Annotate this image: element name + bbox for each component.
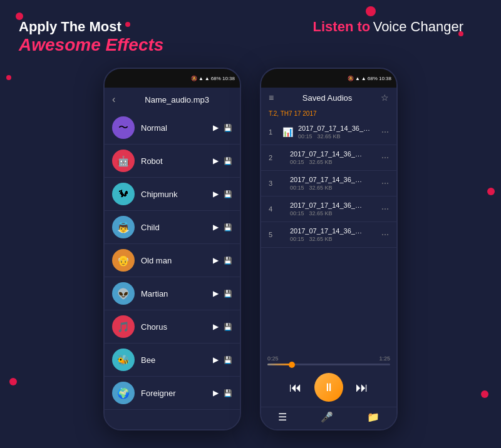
effect-actions: ▶ 💾 xyxy=(213,389,232,397)
audio-info: 2017_07_17_14_36_56_128kbs... 00:15 32.6… xyxy=(298,125,381,140)
battery-text-r: 68% 10:38 xyxy=(368,76,391,81)
play-effect-button[interactable]: ▶ xyxy=(213,223,219,232)
left-phone: 🔕 ▲ ▲ 68% 10:38 ‹ Name_audio.mp3 〜 Norma… xyxy=(103,68,241,430)
play-effect-button[interactable]: ▶ xyxy=(213,322,219,331)
audio-time: 00:15 xyxy=(290,236,304,242)
right-status-icons: 🔕 ▲ ▲ 68% 10:38 xyxy=(348,76,391,81)
play-effect-button[interactable]: ▶ xyxy=(213,256,219,265)
back-arrow-icon[interactable]: ‹ xyxy=(112,94,115,105)
current-time: 0:25 xyxy=(267,355,279,362)
effect-item-robot[interactable]: 🤖 Robot ▶ 💾 xyxy=(105,145,240,178)
audio-info: 2017_07_17_14_36_56_128kbs... 00:15 32.6… xyxy=(290,176,381,191)
audio-item-3[interactable]: 3 · 2017_07_17_14_36_56_128kbs... 00:15 … xyxy=(261,171,396,196)
effects-header: ‹ Name_audio.mp3 xyxy=(105,88,240,111)
folder-nav-icon[interactable]: 📁 xyxy=(367,411,380,423)
effect-icon: 🐝 xyxy=(112,349,135,371)
audio-more-button[interactable]: ⋯ xyxy=(381,205,389,213)
save-effect-button[interactable]: 💾 xyxy=(224,389,232,397)
star-icon[interactable]: ☆ xyxy=(381,93,389,103)
signal-icon: ▲ xyxy=(205,76,210,81)
audio-time: 00:15 xyxy=(298,133,312,140)
effect-actions: ▶ 💾 xyxy=(213,289,232,298)
mic-nav-icon[interactable]: 🎤 xyxy=(321,411,333,423)
right-phone: 🔕 ▲ ▲ 68% 10:38 ≡ Saved Audios ☆ T.2, TH… xyxy=(260,68,398,430)
play-effect-button[interactable]: ▶ xyxy=(213,355,219,364)
effect-item-old-man[interactable]: 👴 Old man ▶ 💾 xyxy=(105,244,240,277)
decor-dot-7 xyxy=(481,390,488,398)
audio-num: 3 xyxy=(269,180,277,187)
play-effect-button[interactable]: ▶ xyxy=(213,289,219,298)
audio-item-5[interactable]: 5 · 2017_07_17_14_36_56_128kbs... 00:15 … xyxy=(261,222,396,248)
left-status-bar: 🔕 ▲ ▲ 68% 10:38 xyxy=(105,69,240,88)
next-button[interactable]: ⏭ xyxy=(356,380,368,395)
date-label: T.2, TH7 17 2017 xyxy=(261,108,396,120)
effect-actions: ▶ 💾 xyxy=(213,223,232,232)
audio-size: 32.65 KB xyxy=(318,133,341,140)
player-section: 0:25 1:25 ⏮ ⏸ ⏭ ☰ 🎤 📁 xyxy=(261,350,396,429)
audio-meta: 00:15 32.65 KB xyxy=(290,185,381,191)
progress-track[interactable] xyxy=(267,364,390,365)
effects-list: 〜 Normal ▶ 💾 🤖 Robot ▶ 💾 🐿 Chipmunk ▶ 💾 … xyxy=(105,111,240,410)
signal-icon-r: ▲ xyxy=(361,76,366,81)
effect-item-chorus[interactable]: 🎵 Chorus ▶ 💾 xyxy=(105,310,240,344)
play-effect-button[interactable]: ▶ xyxy=(213,156,219,165)
effect-icon: 👽 xyxy=(112,282,135,305)
effect-name: Foreigner xyxy=(141,389,213,398)
audio-filename: 2017_07_17_14_36_56_128kbs... xyxy=(290,176,365,183)
effect-item-child[interactable]: 👼 Child ▶ 💾 xyxy=(105,211,240,244)
menu-icon[interactable]: ≡ xyxy=(269,93,274,103)
save-effect-button[interactable]: 💾 xyxy=(224,190,232,198)
save-effect-button[interactable]: 💾 xyxy=(224,356,232,364)
awesome-text: Awesome Effects xyxy=(19,35,163,55)
audio-filename: 2017_07_17_14_36_56_128kbs... xyxy=(290,150,365,158)
audio-num: 2 xyxy=(269,154,277,161)
audio-meta: 00:15 32.65 KB xyxy=(290,236,381,242)
voice-text: Voice Changer xyxy=(373,19,463,34)
audio-size: 32.65 KB xyxy=(309,210,332,216)
effect-icon: 🎵 xyxy=(112,315,135,338)
left-status-icons: 🔕 ▲ ▲ 68% 10:38 xyxy=(191,76,235,81)
effect-item-bee[interactable]: 🐝 Bee ▶ 💾 xyxy=(105,344,240,377)
audio-playing-icon: 📊 xyxy=(282,127,293,137)
decor-dot-3 xyxy=(366,6,376,16)
effect-item-chipmunk[interactable]: 🐿 Chipmunk ▶ 💾 xyxy=(105,178,240,211)
play-effect-button[interactable]: ▶ xyxy=(213,123,219,132)
play-pause-button[interactable]: ⏸ xyxy=(314,373,343,402)
audio-more-button[interactable]: ⋯ xyxy=(381,128,389,136)
audio-filename: 2017_07_17_14_36_56_128kbs... xyxy=(298,125,373,132)
audio-more-button[interactable]: ⋯ xyxy=(381,153,389,162)
prev-button[interactable]: ⏮ xyxy=(289,380,302,395)
save-effect-button[interactable]: 💾 xyxy=(224,157,232,165)
saved-title: Saved Audios xyxy=(274,93,381,103)
effect-icon: 🐿 xyxy=(112,183,135,205)
audio-filename: 2017_07_17_14_36_56_128kbs... xyxy=(290,201,365,209)
audio-inactive-icon: · xyxy=(282,204,285,214)
effect-name: Chorus xyxy=(141,322,213,332)
effect-icon: 👴 xyxy=(112,249,135,272)
save-effect-button[interactable]: 💾 xyxy=(224,223,232,232)
save-effect-button[interactable]: 💾 xyxy=(224,290,232,298)
play-effect-button[interactable]: ▶ xyxy=(213,389,219,397)
save-effect-button[interactable]: 💾 xyxy=(224,323,232,331)
effect-item-normal[interactable]: 〜 Normal ▶ 💾 xyxy=(105,111,240,145)
audio-more-button[interactable]: ⋯ xyxy=(381,230,389,239)
audio-inactive-icon: · xyxy=(282,230,285,240)
effect-item-martian[interactable]: 👽 Martian ▶ 💾 xyxy=(105,277,240,310)
audio-more-button[interactable]: ⋯ xyxy=(381,179,389,188)
audio-item-4[interactable]: 4 · 2017_07_17_14_36_56_128kbs... 00:15 … xyxy=(261,196,396,222)
effect-item-foreigner[interactable]: 🌍 Foreigner ▶ 💾 xyxy=(105,377,240,410)
effect-name: Normal xyxy=(141,123,213,133)
audio-item-2[interactable]: 2 · 2017_07_17_14_36_56_128kbs... 00:15 … xyxy=(261,145,396,171)
audio-info: 2017_07_17_14_36_56_128kbs... 00:15 32.6… xyxy=(290,227,381,242)
controls-row: ⏮ ⏸ ⏭ xyxy=(261,370,396,407)
progress-labels: 0:25 1:25 xyxy=(267,355,390,362)
audio-time: 00:15 xyxy=(290,185,304,191)
list-nav-icon[interactable]: ☰ xyxy=(278,411,287,423)
play-effect-button[interactable]: ▶ xyxy=(213,190,219,198)
effect-actions: ▶ 💾 xyxy=(213,156,232,165)
audio-item-1[interactable]: 1 📊 2017_07_17_14_36_56_128kbs... 00:15 … xyxy=(261,120,396,145)
audio-time: 00:15 xyxy=(290,159,304,165)
save-effect-button[interactable]: 💾 xyxy=(224,257,232,265)
save-effect-button[interactable]: 💾 xyxy=(224,124,232,132)
bottom-nav: ☰ 🎤 📁 xyxy=(261,407,396,427)
